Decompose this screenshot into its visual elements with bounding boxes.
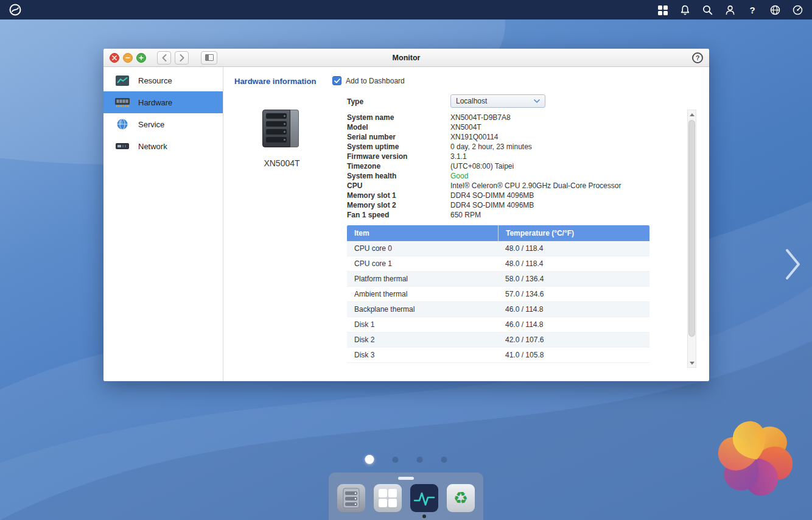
help-icon[interactable]: ? xyxy=(746,4,758,16)
info-label: Model xyxy=(347,123,450,132)
type-label: Type xyxy=(347,97,363,106)
info-value: (UTC+08:00) Taipei xyxy=(450,162,514,170)
help-glyph: ? xyxy=(749,5,755,15)
cell-item: Ambient thermal xyxy=(347,287,498,301)
monitor-window: Monitor ? Resource xyxy=(103,49,709,381)
add-window-button[interactable] xyxy=(136,53,146,63)
chevron-down-icon xyxy=(534,99,540,103)
monitor-app-icon[interactable] xyxy=(410,484,438,512)
brand-swirl-logo xyxy=(711,414,800,505)
dock-active-indicator xyxy=(422,515,426,518)
recycle-bin-icon[interactable]: ♻ xyxy=(447,484,475,512)
user-icon[interactable] xyxy=(724,4,736,16)
forward-button[interactable] xyxy=(175,51,189,65)
sidebar-item-resource[interactable]: Resource xyxy=(103,69,223,91)
info-row: Firmware version3.1.1 xyxy=(347,152,685,161)
info-value: XN191Q00114 xyxy=(450,133,499,141)
device-model-label: XN5004T xyxy=(240,158,323,168)
table-header-temperature: Temperature (°C/°F) xyxy=(498,225,649,241)
toggle-sidebar-button[interactable] xyxy=(201,51,217,65)
hardware-content: Hardware information Add to Dashboard XN… xyxy=(223,67,709,381)
info-row: CPUIntel® Celeron® CPU 2.90GHz Dual-Core… xyxy=(347,181,685,191)
info-value: XN5004T xyxy=(450,123,481,132)
table-header-row: Item Temperature (°C/°F) xyxy=(347,225,649,241)
cell-temp: 48.0 / 118.4 xyxy=(498,241,649,256)
memory-chip-icon xyxy=(114,97,130,108)
cell-item: Disk 3 xyxy=(347,348,498,362)
network-device-icon xyxy=(114,141,130,151)
system-health-value: Good xyxy=(450,172,468,180)
dock-handle[interactable] xyxy=(398,477,414,480)
nav-buttons xyxy=(157,51,189,65)
apps-grid-icon[interactable] xyxy=(656,4,668,16)
search-icon[interactable] xyxy=(701,4,713,16)
nas-device-image xyxy=(262,110,301,149)
table-row: Disk 242.0 / 107.6 xyxy=(347,332,649,348)
window-help-button[interactable]: ? xyxy=(692,52,703,63)
content-scrollbar[interactable] xyxy=(687,110,696,368)
nas-side xyxy=(290,110,299,147)
info-row: System uptime0 day, 2 hour, 23 minutes xyxy=(347,142,685,152)
table-row: CPU core 148.0 / 118.4 xyxy=(347,256,649,272)
scroll-down-button[interactable] xyxy=(688,359,696,367)
sidebar-item-label: Service xyxy=(138,120,164,129)
table-row: Ambient thermal57.0 / 134.6 xyxy=(347,287,649,302)
info-value: XN5004T-D9B7A8 xyxy=(450,113,511,122)
sidebar-item-network[interactable]: Network xyxy=(103,135,223,157)
cell-temp: 42.0 / 107.6 xyxy=(498,332,649,347)
qsan-logo-icon[interactable] xyxy=(9,3,22,16)
info-row: Fan 1 speed650 RPM xyxy=(347,210,685,220)
desktop: ? xyxy=(0,0,812,520)
cell-item: Platform thermal xyxy=(347,272,498,286)
cell-item: Disk 2 xyxy=(347,332,498,347)
add-to-dashboard-checkbox[interactable] xyxy=(332,76,341,85)
dock: ♻ xyxy=(329,473,483,520)
info-label: System health xyxy=(347,172,450,180)
language-icon[interactable] xyxy=(769,4,781,16)
info-label: Serial number xyxy=(347,133,450,141)
dock-icons: ♻ xyxy=(329,484,483,512)
desktop-page-dots xyxy=(365,455,447,464)
sidebar-toggle-icon xyxy=(205,54,214,61)
cell-temp: 41.0 / 105.8 xyxy=(498,348,649,362)
storage-manager-icon[interactable] xyxy=(337,484,365,512)
page-dot-4[interactable] xyxy=(441,457,447,463)
topbar-icons: ? xyxy=(656,4,803,16)
sidebar-item-hardware[interactable]: Hardware xyxy=(103,91,223,113)
temperature-table: Item Temperature (°C/°F) CPU core 048.0 … xyxy=(347,225,649,363)
window-titlebar[interactable]: Monitor ? xyxy=(103,49,709,67)
sidebar-item-service[interactable]: Service xyxy=(103,113,223,135)
info-row: System healthGood xyxy=(347,171,685,181)
info-label: CPU xyxy=(347,181,450,190)
cell-temp: 57.0 / 134.6 xyxy=(498,287,649,301)
info-row: ModelXN5004T xyxy=(347,122,685,132)
next-page-chevron[interactable] xyxy=(785,248,801,283)
scroll-up-button[interactable] xyxy=(688,110,696,119)
page-dot-1[interactable] xyxy=(365,455,374,464)
info-value: DDR4 SO-DIMM 4096MB xyxy=(450,201,534,209)
window-controls xyxy=(110,53,146,63)
info-label: Firmware version xyxy=(347,152,450,161)
cell-item: CPU core 0 xyxy=(347,241,498,256)
scrollbar-thumb[interactable] xyxy=(688,120,695,337)
system-info-list: System nameXN5004T-D9B7A8 ModelXN5004T S… xyxy=(347,113,685,220)
info-label: Memory slot 2 xyxy=(347,201,450,209)
app-center-icon[interactable] xyxy=(374,484,402,512)
add-to-dashboard-label: Add to Dashboard xyxy=(346,77,405,85)
info-label: Timezone xyxy=(347,162,450,170)
info-row: Serial numberXN191Q00114 xyxy=(347,132,685,142)
cell-item: Disk 1 xyxy=(347,317,498,332)
utilization-icon[interactable] xyxy=(791,4,803,16)
host-select-dropdown[interactable]: Localhost xyxy=(450,94,545,108)
info-value: 0 day, 2 hour, 23 minutes xyxy=(450,142,532,151)
back-button[interactable] xyxy=(157,51,171,65)
cell-temp: 46.0 / 114.8 xyxy=(498,302,649,317)
cell-temp: 46.0 / 114.8 xyxy=(498,317,649,332)
info-row: System nameXN5004T-D9B7A8 xyxy=(347,113,685,122)
close-button[interactable] xyxy=(110,53,119,63)
minimize-button[interactable] xyxy=(123,53,133,63)
info-value: DDR4 SO-DIMM 4096MB xyxy=(450,191,534,200)
notifications-icon[interactable] xyxy=(679,4,691,16)
page-dot-3[interactable] xyxy=(417,457,423,463)
page-dot-2[interactable] xyxy=(393,457,399,463)
